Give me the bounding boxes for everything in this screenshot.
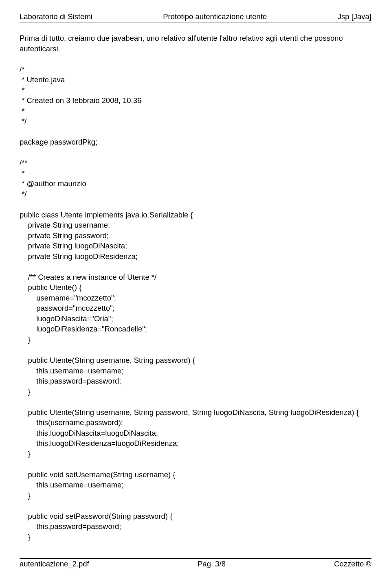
footer-center: Pag. 3/8 bbox=[198, 559, 226, 568]
header-left: Laboratorio di Sistemi bbox=[20, 12, 92, 21]
footer-rule: autenticazione_2.pdf Pag. 3/8 Cozzetto © bbox=[20, 558, 371, 568]
document-body: Prima di tutto, creiamo due javabean, un… bbox=[20, 33, 371, 542]
header-right: Jsp [Java] bbox=[338, 12, 371, 21]
document-page: Laboratorio di Sistemi Prototipo autenti… bbox=[0, 0, 391, 577]
footer-left: autenticazione_2.pdf bbox=[20, 559, 89, 568]
page-header: Laboratorio di Sistemi Prototipo autenti… bbox=[20, 12, 371, 22]
footer-right: Cozzetto © bbox=[334, 559, 371, 568]
page-footer: autenticazione_2.pdf Pag. 3/8 Cozzetto © bbox=[20, 559, 371, 568]
header-center: Prototipo autenticazione utente bbox=[92, 12, 338, 21]
